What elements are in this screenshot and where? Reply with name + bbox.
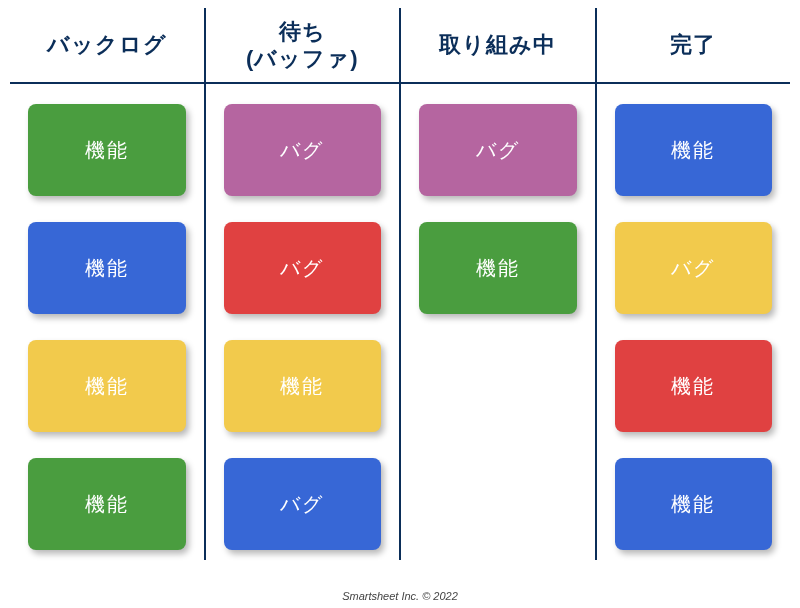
kanban-card[interactable]: 機能	[615, 458, 773, 550]
kanban-card[interactable]: バグ	[419, 104, 577, 196]
column-buffer: 待ち (バッファ) バグ バグ 機能 バグ	[206, 8, 402, 560]
column-header: 取り組み中	[401, 8, 595, 84]
kanban-card[interactable]: 機能	[615, 104, 773, 196]
kanban-card[interactable]: 機能	[28, 222, 186, 314]
kanban-card[interactable]: 機能	[419, 222, 577, 314]
column-backlog: バックログ 機能 機能 機能 機能	[8, 8, 206, 560]
kanban-card[interactable]: 機能	[28, 458, 186, 550]
kanban-card[interactable]: 機能	[224, 340, 382, 432]
column-header: バックログ	[10, 8, 204, 84]
footer-copyright: Smartsheet Inc. © 2022	[0, 590, 800, 602]
kanban-card[interactable]: バグ	[224, 104, 382, 196]
kanban-card[interactable]: 機能	[28, 104, 186, 196]
column-body: バグ バグ 機能 バグ	[206, 84, 400, 560]
column-done: 完了 機能 バグ 機能 機能	[597, 8, 793, 560]
column-body: 機能 機能 機能 機能	[10, 84, 204, 560]
kanban-card[interactable]: バグ	[224, 458, 382, 550]
kanban-board: バックログ 機能 機能 機能 機能 待ち (バッファ) バグ バグ 機能 バグ …	[0, 0, 800, 560]
kanban-card[interactable]: 機能	[615, 340, 773, 432]
column-body: 機能 バグ 機能 機能	[597, 84, 791, 560]
kanban-card[interactable]: 機能	[28, 340, 186, 432]
column-header: 待ち (バッファ)	[206, 8, 400, 84]
kanban-card[interactable]: バグ	[615, 222, 773, 314]
column-body: バグ 機能	[401, 84, 595, 324]
column-in-progress: 取り組み中 バグ 機能	[401, 8, 597, 560]
kanban-card[interactable]: バグ	[224, 222, 382, 314]
column-header: 完了	[597, 8, 791, 84]
